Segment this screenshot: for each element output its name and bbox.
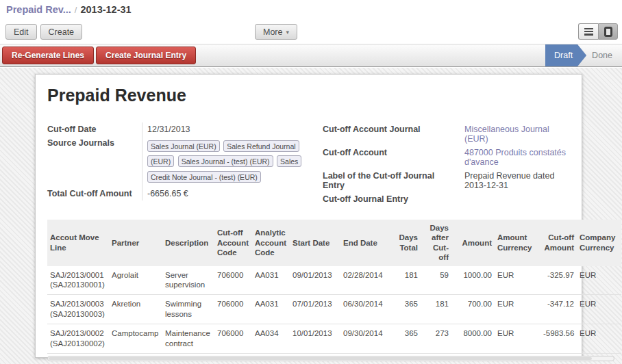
- cell-amount-currency[interactable]: EUR: [495, 295, 540, 324]
- journal-tag[interactable]: Sales Journal - (test) (EUR): [178, 155, 273, 167]
- col-header-company-currency[interactable]: Company Currency: [577, 220, 621, 266]
- list-view-button[interactable]: [578, 23, 598, 40]
- breadcrumb: Prepaid Rev... / 2013-12-31: [0, 0, 622, 19]
- field-group-left: Cut-off Date 12/31/2013 Source Journals …: [47, 122, 316, 206]
- view-switcher: [578, 23, 618, 40]
- cell-cutoff-account-code[interactable]: 706000: [214, 266, 252, 295]
- cell-days-after-cutoff[interactable]: 273: [421, 324, 451, 354]
- cell-amount-currency[interactable]: EUR: [495, 324, 540, 354]
- horizontal-scrollbar[interactable]: [47, 356, 614, 361]
- cell-cutoff-account-code[interactable]: 706000: [214, 324, 252, 354]
- cell-days-total[interactable]: 181: [395, 266, 421, 295]
- field-grid: Cut-off Date 12/31/2013 Source Journals …: [47, 122, 582, 206]
- col-header-cutoff-amount[interactable]: Cut-off Amount: [540, 220, 577, 266]
- cell-days-total[interactable]: 365: [395, 295, 421, 324]
- col-header-amount[interactable]: Amount: [451, 220, 495, 266]
- cell-partner[interactable]: Camptocamp: [109, 324, 162, 354]
- statusbar-state-draft[interactable]: Draft: [545, 44, 586, 66]
- cell-partner[interactable]: Agrolait: [109, 266, 162, 295]
- regenerate-lines-button[interactable]: Re-Generate Lines: [2, 47, 94, 64]
- cell-amount[interactable]: 1000.00: [451, 266, 495, 295]
- content-area: Prepaid Revenue Cut-off Date 12/31/2013 …: [0, 68, 622, 364]
- breadcrumb-parent-link[interactable]: Prepaid Rev...: [6, 4, 71, 15]
- statusbar-state-done[interactable]: Done: [586, 44, 622, 66]
- cell-end-date[interactable]: 06/30/2014: [340, 295, 395, 324]
- create-journal-entry-button[interactable]: Create Journal Entry: [96, 47, 196, 64]
- cell-analytic-account-code[interactable]: AA031: [252, 295, 290, 324]
- cell-start-date[interactable]: 07/01/2013: [290, 295, 340, 324]
- table-row[interactable]: SAJ/2013/0001 (SAJ20130001) Agrolait Ser…: [47, 266, 621, 295]
- cell-end-date[interactable]: 02/28/2014: [340, 266, 395, 295]
- page-title: Prepaid Revenue: [47, 86, 582, 105]
- cell-end-date[interactable]: 09/30/2014: [340, 324, 395, 354]
- cell-start-date[interactable]: 09/01/2013: [290, 266, 340, 295]
- cutoff-account-value[interactable]: 487000 Produits constatés d'avance: [460, 146, 576, 169]
- cell-partner[interactable]: Akretion: [109, 295, 162, 324]
- toolbar-left-group: Edit Create: [5, 24, 82, 40]
- more-label: More: [263, 27, 282, 37]
- cell-description[interactable]: Swimming lessons: [162, 295, 214, 324]
- cell-amount[interactable]: 8000.00: [451, 324, 495, 354]
- statusbar: Draft Done: [545, 44, 622, 66]
- cell-analytic-account-code[interactable]: AA031: [252, 266, 290, 295]
- journal-tag-list: Sales Journal (EUR) Sales Refund Journal…: [147, 138, 314, 185]
- total-cutoff-amount-label: Total Cut-off Amount: [47, 187, 142, 200]
- form-view-button[interactable]: [598, 23, 618, 40]
- more-dropdown-button[interactable]: More ▾: [255, 24, 297, 40]
- cutoff-date-value[interactable]: 12/31/2013: [142, 122, 316, 136]
- cell-days-total[interactable]: 365: [395, 324, 421, 354]
- col-header-analytic-account-code[interactable]: Analytic Account Code: [252, 220, 290, 266]
- col-header-description[interactable]: Description: [162, 220, 214, 266]
- lines-table-zone: Accout Move Line Partner Description Cut…: [47, 220, 621, 361]
- cell-move-line[interactable]: SAJ/2013/0002 (SAJ20130002): [47, 324, 109, 354]
- cell-cutoff-amount[interactable]: -5983.56: [540, 324, 577, 354]
- cell-days-after-cutoff[interactable]: 59: [421, 266, 451, 295]
- col-header-end-date[interactable]: End Date: [340, 220, 395, 266]
- breadcrumb-separator: /: [75, 5, 77, 15]
- action-bar: Re-Generate Lines Create Journal Entry D…: [0, 44, 622, 67]
- create-button[interactable]: Create: [40, 24, 83, 40]
- cell-cutoff-amount[interactable]: -325.97: [540, 266, 577, 295]
- cell-move-line[interactable]: SAJ/2013/0003 (SAJ20130003): [47, 295, 109, 324]
- col-header-cutoff-account-code[interactable]: Cut-off Account Code: [214, 220, 252, 266]
- table-row[interactable]: SAJ/2013/0002 (SAJ20130002) Camptocamp M…: [47, 324, 621, 354]
- form-sheet: Prepaid Revenue Cut-off Date 12/31/2013 …: [35, 74, 582, 358]
- edit-button[interactable]: Edit: [5, 24, 37, 40]
- col-header-amount-currency[interactable]: Amount Currency: [495, 220, 540, 266]
- cell-days-after-cutoff[interactable]: 181: [421, 295, 451, 324]
- cell-description[interactable]: Server supervision: [162, 266, 214, 295]
- cell-analytic-account-code[interactable]: AA034: [252, 324, 290, 354]
- cutoff-account-journal-value[interactable]: Miscellaneous Journal (EUR): [460, 122, 576, 146]
- field-cutoff-journal-entry: Cut-off Journal Entry: [323, 192, 576, 206]
- cell-amount[interactable]: 700.00: [451, 295, 495, 324]
- breadcrumb-current: 2013-12-31: [80, 4, 131, 15]
- table-header-row: Accout Move Line Partner Description Cut…: [47, 220, 621, 266]
- cell-start-date[interactable]: 10/01/2013: [290, 324, 340, 354]
- field-cutoff-account-journal: Cut-off Account Journal Miscellaneous Jo…: [323, 122, 576, 146]
- cutoff-account-label: Cut-off Account: [323, 146, 460, 169]
- col-header-days-after-cutoff[interactable]: Days after Cut-off: [421, 220, 451, 266]
- app-window: Prepaid Rev... / 2013-12-31 Edit Create …: [0, 0, 622, 364]
- col-header-start-date[interactable]: Start Date: [290, 220, 340, 266]
- table-row[interactable]: SAJ/2013/0003 (SAJ20130003) Akretion Swi…: [47, 295, 621, 324]
- cutoff-lines-table: Accout Move Line Partner Description Cut…: [47, 220, 621, 354]
- col-header-days-total[interactable]: Days Total: [395, 220, 421, 266]
- cell-cutoff-account-code[interactable]: 706000: [214, 295, 252, 324]
- field-cutoff-account: Cut-off Account 487000 Produits constaté…: [323, 146, 576, 169]
- cell-cutoff-amount[interactable]: -347.12: [540, 295, 577, 324]
- cell-description[interactable]: Maintenance contract: [162, 324, 214, 354]
- form-view-icon: [604, 27, 612, 37]
- field-source-journals: Source Journals Sales Journal (EUR) Sale…: [47, 136, 316, 187]
- cell-company-currency[interactable]: EUR: [577, 324, 621, 354]
- toolbar: Edit Create More ▾: [0, 19, 622, 44]
- cell-move-line[interactable]: SAJ/2013/0001 (SAJ20130001): [47, 266, 109, 295]
- journal-tag[interactable]: Sales Journal (EUR): [147, 140, 220, 152]
- col-header-move-line[interactable]: Accout Move Line: [47, 220, 109, 266]
- chevron-down-icon: ▾: [286, 29, 289, 36]
- list-view-icon: [584, 28, 593, 36]
- cell-amount-currency[interactable]: EUR: [495, 266, 540, 295]
- col-header-partner[interactable]: Partner: [109, 220, 162, 266]
- cell-company-currency[interactable]: EUR: [577, 295, 621, 324]
- scrollbar-thumb[interactable]: [49, 357, 592, 360]
- cell-company-currency[interactable]: EUR: [577, 266, 621, 295]
